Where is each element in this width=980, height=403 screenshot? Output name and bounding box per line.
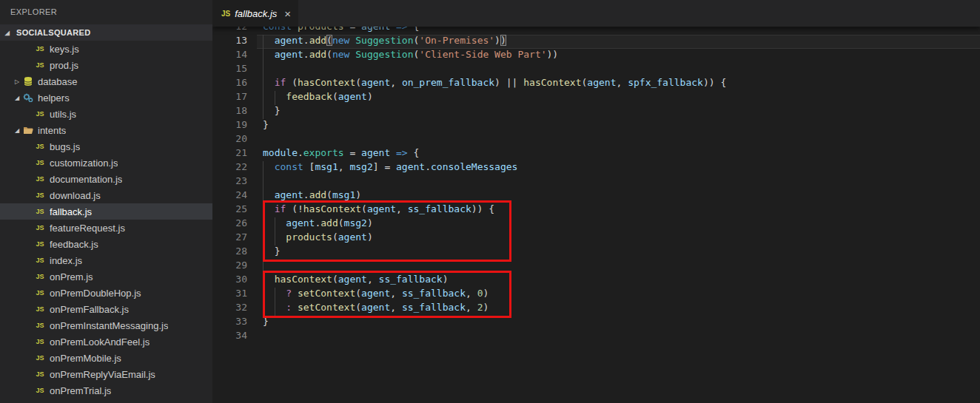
- code-line-16[interactable]: if (hasContext(agent, on_prem_fallback) …: [263, 77, 726, 91]
- explorer-title: EXPLORER: [0, 0, 212, 24]
- annotation-red-box-2: [263, 271, 511, 318]
- tree-item-label: documentation.js: [50, 174, 122, 185]
- js-icon: JS: [34, 303, 46, 315]
- tree-item-keys[interactable]: JSkeys.js: [0, 41, 212, 57]
- tree-item-label: customization.js: [50, 158, 118, 169]
- annotation-red-box-1: [263, 200, 511, 262]
- tree-item-onpremfallback[interactable]: JSonPremFallback.js: [0, 301, 212, 317]
- js-icon: JS: [34, 222, 46, 234]
- tree-item-onprem[interactable]: JSonPrem.js: [0, 268, 212, 285]
- bracket-match: (: [326, 35, 332, 46]
- tree-item-utils[interactable]: JSutils.js: [0, 106, 212, 122]
- tree-item-feedback[interactable]: JSfeedback.js: [0, 236, 212, 252]
- line-number-33[interactable]: 33: [212, 316, 247, 330]
- chevron-expanded-icon[interactable]: ◢: [13, 127, 21, 134]
- tree-item-onpremdoublehop[interactable]: JSonPremDoubleHop.js: [0, 285, 212, 301]
- tree-item-label: onPremDoubleHop.js: [50, 288, 141, 299]
- line-number-13[interactable]: 13: [212, 35, 247, 49]
- js-icon: JS: [34, 271, 46, 282]
- tree-item-label: keys.js: [50, 44, 79, 55]
- tree-item-customization[interactable]: JScustomization.js: [0, 155, 212, 171]
- line-number-29[interactable]: 29: [212, 260, 247, 274]
- code-line-21[interactable]: module.exports = agent => {: [263, 147, 726, 161]
- line-number-19[interactable]: 19: [212, 119, 247, 133]
- tree-item-label: fallback.js: [50, 206, 92, 217]
- tree-item-intents[interactable]: ◢intents: [0, 122, 212, 138]
- line-number-26[interactable]: 26: [212, 217, 247, 231]
- tree-item-fallback[interactable]: JSfallback.js: [0, 203, 212, 220]
- js-icon: JS: [34, 352, 46, 364]
- line-number-28[interactable]: 28: [212, 245, 247, 260]
- tree-item-index[interactable]: JSindex.js: [0, 252, 212, 268]
- js-icon: JS: [34, 238, 46, 250]
- chevron-collapsed-icon[interactable]: ▷: [13, 78, 21, 85]
- code-line-34[interactable]: [263, 330, 726, 344]
- line-number-31[interactable]: 31: [212, 288, 247, 302]
- line-number-18[interactable]: 18: [212, 105, 247, 119]
- tree-item-documentation[interactable]: JSdocumentation.js: [0, 171, 212, 187]
- js-icon: JS: [34, 336, 46, 348]
- line-number-24[interactable]: 24: [212, 189, 247, 203]
- tree-item-label: onPremFallback.js: [50, 304, 129, 315]
- tree-item-featurerequest[interactable]: JSfeatureRequest.js: [0, 220, 212, 236]
- tree-item-label: database: [38, 76, 78, 87]
- code-line-15[interactable]: [263, 63, 726, 77]
- line-number-30[interactable]: 30: [212, 274, 247, 288]
- code-line-17[interactable]: feedback(agent): [263, 91, 726, 105]
- tree-item-onpremtrial[interactable]: JSonPremTrial.js: [0, 382, 212, 399]
- code-line-23[interactable]: [263, 175, 726, 189]
- database-icon: [22, 75, 34, 87]
- tree-item-label: prod.js: [50, 60, 78, 71]
- line-number-14[interactable]: 14: [212, 49, 247, 63]
- line-number-21[interactable]: 21: [212, 147, 247, 161]
- line-number-17[interactable]: 17: [212, 91, 247, 105]
- file-tree: JSkeys.jsJSprod.js▷database◢helpersJSuti…: [0, 41, 212, 399]
- editor-pane[interactable]: 1213141516171819202122232425262728293031…: [212, 27, 980, 403]
- tab-label: fallback.js: [235, 8, 277, 19]
- tree-item-onpremmobile[interactable]: JSonPremMobile.js: [0, 350, 212, 366]
- line-number-12[interactable]: 12: [212, 27, 247, 35]
- js-icon: JS: [34, 140, 46, 152]
- line-number-23[interactable]: 23: [212, 175, 247, 189]
- tree-root-socialsquared[interactable]: ◢ SOCIALSQUARED: [0, 24, 212, 41]
- tree-item-onpremreplyviaemail[interactable]: JSonPremReplyViaEmail.js: [0, 366, 212, 382]
- code-line-22[interactable]: const [msg1, msg2] = agent.consoleMessag…: [263, 161, 726, 175]
- line-number-25[interactable]: 25: [212, 203, 247, 217]
- tree-item-bugs[interactable]: JSbugs.js: [0, 138, 212, 155]
- tree-item-label: featureRequest.js: [50, 223, 125, 234]
- line-number-34[interactable]: 34: [212, 330, 247, 344]
- code-line-13[interactable]: agent.add(new Suggestion('On-Premises')): [263, 35, 726, 49]
- tree-item-label: index.js: [50, 255, 82, 266]
- line-number-15[interactable]: 15: [212, 63, 247, 77]
- tree-item-onpreminstantmessaging[interactable]: JSonPremInstantMessaging.js: [0, 317, 212, 333]
- line-number-32[interactable]: 32: [212, 302, 247, 316]
- tree-item-label: onPremLookAndFeel.js: [50, 336, 150, 348]
- line-number-16[interactable]: 16: [212, 77, 247, 91]
- root-folder-label: SOCIALSQUARED: [16, 28, 90, 37]
- chevron-expanded-icon[interactable]: ◢: [13, 95, 21, 101]
- tree-item-prod[interactable]: JSprod.js: [0, 57, 212, 73]
- tree-item-label: helpers: [38, 92, 70, 104]
- tree-item-database[interactable]: ▷database: [0, 73, 212, 89]
- tree-item-label: download.js: [50, 190, 101, 201]
- close-icon[interactable]: ×: [284, 8, 291, 19]
- tree-item-onpremlookandfeel[interactable]: JSonPremLookAndFeel.js: [0, 333, 212, 350]
- js-icon: JS: [34, 287, 46, 299]
- code-line-14[interactable]: agent.add(new Suggestion('Client-Side We…: [263, 49, 726, 63]
- chevron-expanded-icon[interactable]: ◢: [4, 30, 11, 36]
- code-line-18[interactable]: }: [263, 105, 726, 119]
- bracket-match: ): [500, 35, 506, 46]
- js-icon: JS: [34, 368, 46, 380]
- tree-item-download[interactable]: JSdownload.js: [0, 187, 212, 203]
- js-icon: JS: [34, 206, 46, 217]
- js-icon: JS: [221, 10, 230, 18]
- tab-fallback-js[interactable]: JS fallback.js ×: [212, 0, 298, 27]
- code-line-20[interactable]: [263, 133, 726, 147]
- tree-item-helpers[interactable]: ◢helpers: [0, 89, 212, 106]
- line-number-22[interactable]: 22: [212, 161, 247, 175]
- line-number-20[interactable]: 20: [212, 133, 247, 147]
- line-number-27[interactable]: 27: [212, 231, 247, 245]
- code-line-12[interactable]: const products = agent => {: [263, 27, 726, 35]
- js-icon: JS: [34, 319, 46, 331]
- code-line-19[interactable]: }: [263, 119, 726, 133]
